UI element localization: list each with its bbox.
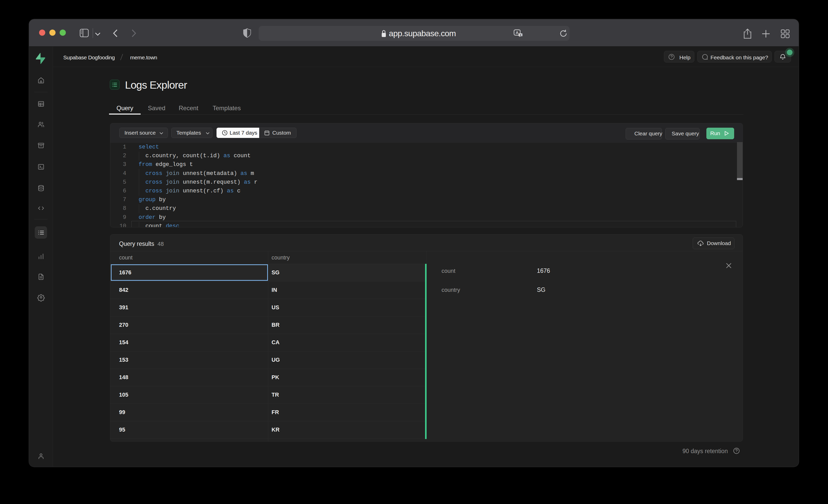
svg-text:x: x (520, 33, 522, 37)
svg-text:A: A (516, 30, 519, 35)
